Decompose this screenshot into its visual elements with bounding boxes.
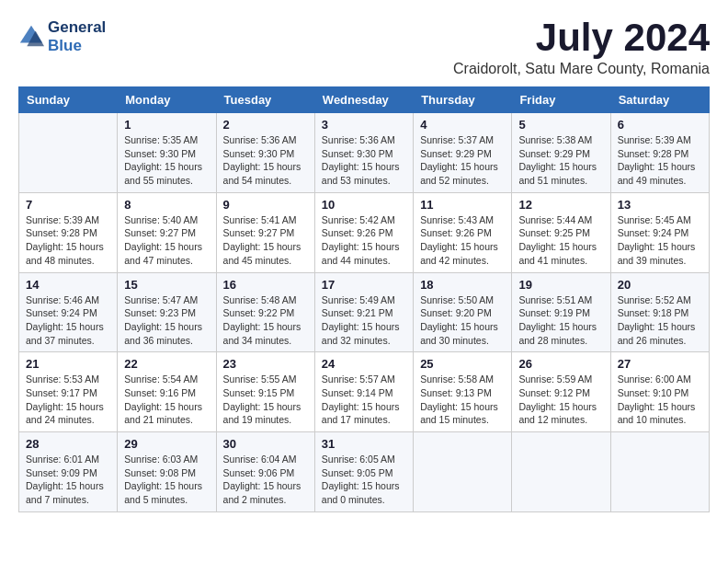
day-info: Sunrise: 5:40 AM Sunset: 9:27 PM Dayligh… xyxy=(124,213,209,268)
day-number: 23 xyxy=(223,357,308,371)
day-info: Sunrise: 6:04 AM Sunset: 9:06 PM Dayligh… xyxy=(223,453,308,507)
day-info: Sunrise: 6:05 AM Sunset: 9:05 PM Dayligh… xyxy=(322,453,406,507)
day-info: Sunrise: 6:01 AM Sunset: 9:09 PM Dayligh… xyxy=(26,453,110,507)
calendar-table: SundayMondayTuesdayWednesdayThursdayFrid… xyxy=(18,86,710,512)
calendar-cell: 25Sunrise: 5:58 AM Sunset: 9:13 PM Dayli… xyxy=(414,352,512,432)
weekday-header-thursday: Thursday xyxy=(414,87,512,113)
day-number: 26 xyxy=(518,357,603,371)
day-info: Sunrise: 6:00 AM Sunset: 9:10 PM Dayligh… xyxy=(618,373,702,427)
day-info: Sunrise: 5:45 AM Sunset: 9:24 PM Dayligh… xyxy=(618,213,702,268)
day-info: Sunrise: 5:41 AM Sunset: 9:27 PM Dayligh… xyxy=(223,213,308,268)
day-number: 5 xyxy=(518,118,603,132)
day-number: 10 xyxy=(322,198,406,212)
day-info: Sunrise: 5:44 AM Sunset: 9:25 PM Dayligh… xyxy=(518,213,603,268)
calendar-cell: 17Sunrise: 5:49 AM Sunset: 9:21 PM Dayli… xyxy=(314,272,413,352)
day-number: 31 xyxy=(322,437,406,451)
calendar-cell: 11Sunrise: 5:43 AM Sunset: 9:26 PM Dayli… xyxy=(414,192,512,272)
weekday-header-sunday: Sunday xyxy=(19,87,118,113)
day-info: Sunrise: 5:55 AM Sunset: 9:15 PM Dayligh… xyxy=(223,373,308,427)
day-number: 8 xyxy=(124,198,209,212)
day-number: 18 xyxy=(420,278,505,292)
day-number: 17 xyxy=(322,278,406,292)
day-number: 12 xyxy=(518,198,603,212)
calendar-cell: 23Sunrise: 5:55 AM Sunset: 9:15 PM Dayli… xyxy=(216,352,314,432)
day-info: Sunrise: 5:57 AM Sunset: 9:14 PM Dayligh… xyxy=(322,373,406,427)
calendar-cell: 24Sunrise: 5:57 AM Sunset: 9:14 PM Dayli… xyxy=(314,352,413,432)
calendar-cell: 22Sunrise: 5:54 AM Sunset: 9:16 PM Dayli… xyxy=(118,352,216,432)
day-number: 27 xyxy=(618,357,702,371)
day-info: Sunrise: 5:43 AM Sunset: 9:26 PM Dayligh… xyxy=(420,213,505,268)
calendar-cell: 31Sunrise: 6:05 AM Sunset: 9:05 PM Dayli… xyxy=(314,432,413,512)
weekday-header-wednesday: Wednesday xyxy=(314,87,413,113)
day-info: Sunrise: 5:42 AM Sunset: 9:26 PM Dayligh… xyxy=(322,213,406,268)
day-info: Sunrise: 5:36 AM Sunset: 9:30 PM Dayligh… xyxy=(322,133,406,188)
calendar-cell: 9Sunrise: 5:41 AM Sunset: 9:27 PM Daylig… xyxy=(216,192,314,272)
calendar-cell: 16Sunrise: 5:48 AM Sunset: 9:22 PM Dayli… xyxy=(216,272,314,352)
day-info: Sunrise: 5:59 AM Sunset: 9:12 PM Dayligh… xyxy=(518,373,603,427)
day-number: 3 xyxy=(322,118,406,132)
weekday-header-friday: Friday xyxy=(512,87,610,113)
calendar-cell: 10Sunrise: 5:42 AM Sunset: 9:26 PM Dayli… xyxy=(314,192,413,272)
day-number: 13 xyxy=(618,198,702,212)
calendar-week-row: 14Sunrise: 5:46 AM Sunset: 9:24 PM Dayli… xyxy=(19,272,710,352)
day-info: Sunrise: 5:50 AM Sunset: 9:20 PM Dayligh… xyxy=(420,293,505,348)
calendar-cell: 26Sunrise: 5:59 AM Sunset: 9:12 PM Dayli… xyxy=(512,352,610,432)
day-number: 14 xyxy=(26,278,110,292)
day-number: 19 xyxy=(518,278,603,292)
calendar-cell: 7Sunrise: 5:39 AM Sunset: 9:28 PM Daylig… xyxy=(19,192,118,272)
day-info: Sunrise: 5:49 AM Sunset: 9:21 PM Dayligh… xyxy=(322,293,406,348)
logo-text-blue: Blue xyxy=(48,37,106,55)
weekday-header-saturday: Saturday xyxy=(610,87,709,113)
day-info: Sunrise: 5:35 AM Sunset: 9:30 PM Dayligh… xyxy=(124,133,209,188)
day-number: 4 xyxy=(420,118,505,132)
day-number: 11 xyxy=(420,198,505,212)
calendar-cell: 12Sunrise: 5:44 AM Sunset: 9:25 PM Dayli… xyxy=(512,192,610,272)
calendar-cell: 28Sunrise: 6:01 AM Sunset: 9:09 PM Dayli… xyxy=(19,432,118,512)
weekday-header-row: SundayMondayTuesdayWednesdayThursdayFrid… xyxy=(19,87,710,113)
calendar-week-row: 28Sunrise: 6:01 AM Sunset: 9:09 PM Dayli… xyxy=(19,432,710,512)
day-number: 16 xyxy=(223,278,308,292)
calendar-week-row: 7Sunrise: 5:39 AM Sunset: 9:28 PM Daylig… xyxy=(19,192,710,272)
day-number: 7 xyxy=(26,198,110,212)
calendar-cell: 29Sunrise: 6:03 AM Sunset: 9:08 PM Dayli… xyxy=(118,432,216,512)
logo: General Blue xyxy=(18,18,106,55)
day-info: Sunrise: 5:38 AM Sunset: 9:29 PM Dayligh… xyxy=(518,133,603,188)
day-number: 30 xyxy=(223,437,308,451)
calendar-cell: 18Sunrise: 5:50 AM Sunset: 9:20 PM Dayli… xyxy=(414,272,512,352)
calendar-cell: 3Sunrise: 5:36 AM Sunset: 9:30 PM Daylig… xyxy=(314,113,413,193)
calendar-cell: 6Sunrise: 5:39 AM Sunset: 9:28 PM Daylig… xyxy=(610,113,709,193)
day-info: Sunrise: 5:51 AM Sunset: 9:19 PM Dayligh… xyxy=(518,293,603,348)
day-number: 15 xyxy=(124,278,209,292)
day-info: Sunrise: 5:54 AM Sunset: 9:16 PM Dayligh… xyxy=(124,373,209,427)
day-number: 22 xyxy=(124,357,209,371)
weekday-header-tuesday: Tuesday xyxy=(216,87,314,113)
calendar-cell xyxy=(610,432,709,512)
day-number: 20 xyxy=(618,278,702,292)
calendar-cell: 4Sunrise: 5:37 AM Sunset: 9:29 PM Daylig… xyxy=(414,113,512,193)
weekday-header-monday: Monday xyxy=(118,87,216,113)
day-number: 6 xyxy=(618,118,702,132)
day-number: 24 xyxy=(322,357,406,371)
calendar-cell: 21Sunrise: 5:53 AM Sunset: 9:17 PM Dayli… xyxy=(19,352,118,432)
calendar-cell xyxy=(19,113,118,193)
day-number: 9 xyxy=(223,198,308,212)
day-number: 25 xyxy=(420,357,505,371)
day-info: Sunrise: 5:58 AM Sunset: 9:13 PM Dayligh… xyxy=(420,373,505,427)
day-number: 2 xyxy=(223,118,308,132)
calendar-cell xyxy=(512,432,610,512)
day-info: Sunrise: 6:03 AM Sunset: 9:08 PM Dayligh… xyxy=(124,453,209,507)
day-info: Sunrise: 5:39 AM Sunset: 9:28 PM Dayligh… xyxy=(618,133,702,188)
calendar-cell: 2Sunrise: 5:36 AM Sunset: 9:30 PM Daylig… xyxy=(216,113,314,193)
calendar-cell xyxy=(414,432,512,512)
calendar-cell: 1Sunrise: 5:35 AM Sunset: 9:30 PM Daylig… xyxy=(118,113,216,193)
day-info: Sunrise: 5:37 AM Sunset: 9:29 PM Dayligh… xyxy=(420,133,505,188)
day-info: Sunrise: 5:47 AM Sunset: 9:23 PM Dayligh… xyxy=(124,293,209,348)
day-info: Sunrise: 5:46 AM Sunset: 9:24 PM Dayligh… xyxy=(26,293,110,348)
day-info: Sunrise: 5:39 AM Sunset: 9:28 PM Dayligh… xyxy=(26,213,110,268)
calendar-cell: 30Sunrise: 6:04 AM Sunset: 9:06 PM Dayli… xyxy=(216,432,314,512)
day-number: 1 xyxy=(124,118,209,132)
day-info: Sunrise: 5:52 AM Sunset: 9:18 PM Dayligh… xyxy=(618,293,702,348)
calendar-cell: 15Sunrise: 5:47 AM Sunset: 9:23 PM Dayli… xyxy=(118,272,216,352)
location-subtitle: Craidorolt, Satu Mare County, Romania xyxy=(453,61,710,77)
month-year-title: July 2024 xyxy=(453,18,710,57)
